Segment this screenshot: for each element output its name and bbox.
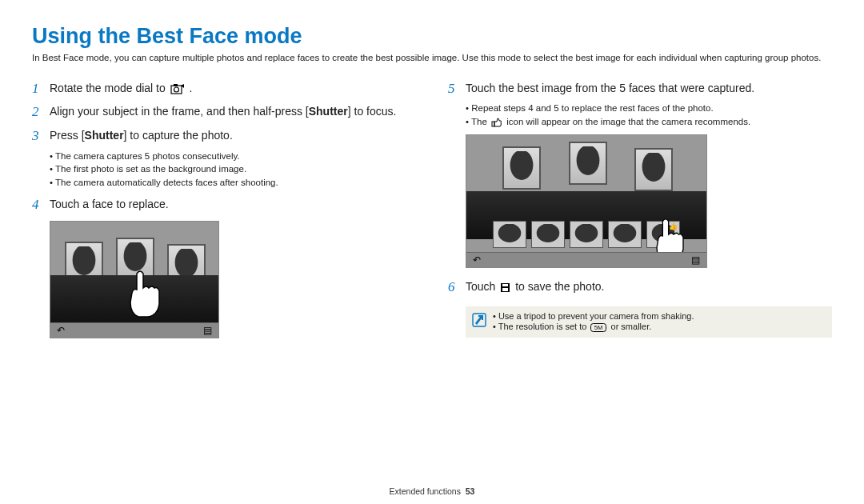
step-number: 1 <box>32 79 50 98</box>
save-bar-icon: ▤ <box>203 326 212 335</box>
hand-pointer-icon <box>121 266 169 322</box>
step-text-end: . <box>186 82 193 94</box>
resolution-icon: 5M <box>590 323 606 332</box>
shutter-label: Shutter <box>85 129 124 142</box>
page-title: Using the Best Face mode <box>32 24 832 49</box>
step-3: 3 Press [Shutter] to capture the photo. <box>32 126 416 146</box>
save-icon <box>500 282 510 293</box>
note-item: Use a tripod to prevent your camera from… <box>493 311 694 321</box>
step-text: Align your subject in the frame, and the… <box>50 105 309 118</box>
step-number: 5 <box>448 79 466 98</box>
step-5-sublist: Repeat steps 4 and 5 to replace the rest… <box>466 102 832 128</box>
svg-rect-1 <box>174 84 178 86</box>
step-number: 3 <box>32 126 50 146</box>
svg-rect-5 <box>502 284 508 286</box>
step-3-sublist: The camera captures 5 photos consecutive… <box>50 150 416 190</box>
face-thumbnail <box>531 221 565 248</box>
face-thumbnail <box>608 221 642 248</box>
step-number: 6 <box>448 278 466 297</box>
step-text: Touch <box>466 280 498 293</box>
select-best-illustration: 👍 ↶ ▤ <box>466 134 707 268</box>
list-item: The camera captures 5 photos consecutive… <box>50 150 416 163</box>
step-text: Press [ <box>50 129 85 142</box>
step-number: 4 <box>32 195 50 214</box>
footer-section: Extended functions <box>390 486 461 496</box>
step-text-end: to save the photo. <box>512 280 604 293</box>
svg-text:5M: 5M <box>594 324 602 331</box>
step-2: 2 Align your subject in the frame, and t… <box>32 102 416 122</box>
face-thumbnail <box>493 221 526 248</box>
page-footer: Extended functions 53 <box>0 486 864 496</box>
list-item: The camera automatically detects faces a… <box>50 177 416 190</box>
back-icon: ↶ <box>57 326 65 335</box>
right-column: 5 Touch the best image from the 5 faces … <box>448 79 832 346</box>
face-thumbnail <box>570 221 603 248</box>
list-item: The first photo is set as the background… <box>50 163 416 176</box>
step-6: 6 Touch to save the photo. <box>448 278 832 297</box>
step-5: 5 Touch the best image from the 5 faces … <box>448 79 832 98</box>
save-bar-icon: ▤ <box>691 255 700 265</box>
touch-face-illustration: ↶ ▤ <box>50 221 219 338</box>
left-column: 1 Rotate the mode dial to . 2 Align your… <box>32 79 416 346</box>
back-icon: ↶ <box>473 255 481 265</box>
step-text: Rotate the mode dial to <box>50 82 166 94</box>
step-text-b: ] to focus. <box>348 105 397 118</box>
svg-point-2 <box>174 87 178 92</box>
step-text: Touch a face to replace. <box>50 195 416 214</box>
page-number: 53 <box>466 486 475 496</box>
shutter-label: Shutter <box>309 105 348 118</box>
list-item: The icon will appear on the image that t… <box>466 116 832 129</box>
mode-dial-icon <box>170 83 185 94</box>
note-box: Use a tripod to prevent your camera from… <box>466 306 832 338</box>
step-4: 4 Touch a face to replace. <box>32 195 416 214</box>
step-number: 2 <box>32 102 50 122</box>
step-text-b: ] to capture the photo. <box>124 129 233 142</box>
step-1: 1 Rotate the mode dial to . <box>32 79 416 98</box>
list-item: Repeat steps 4 and 5 to replace the rest… <box>466 102 832 115</box>
note-icon <box>472 313 488 327</box>
note-item: The resolution is set to 5M or smaller. <box>493 322 694 332</box>
intro-paragraph: In Best Face mode, you can capture multi… <box>32 52 832 65</box>
step-text: Touch the best image from the 5 faces th… <box>466 79 832 98</box>
svg-rect-6 <box>502 288 508 291</box>
recommended-icon <box>491 118 502 127</box>
